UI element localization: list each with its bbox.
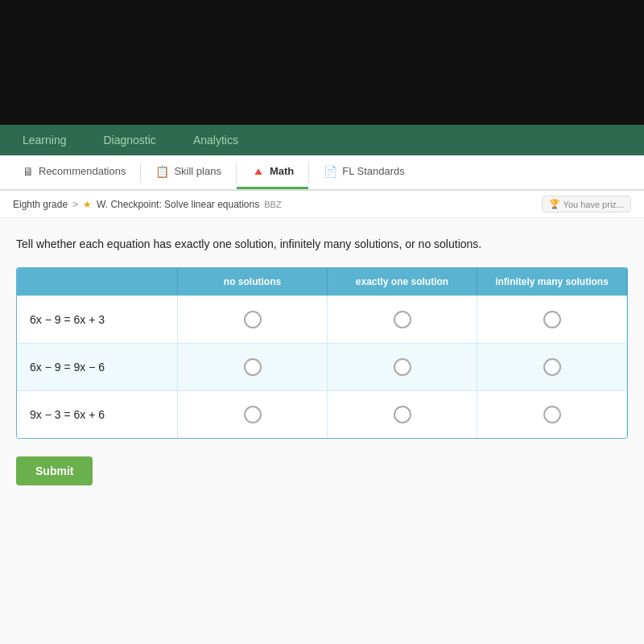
- header-exactly-one: exactly one solution: [328, 268, 477, 295]
- header-no-solutions: no solutions: [178, 268, 328, 295]
- prize-badge: 🏆 You have priz...: [542, 196, 631, 213]
- radio-infinitely-2[interactable]: [543, 358, 561, 376]
- tab-math-label: Math: [270, 165, 294, 177]
- skill-plans-icon: 📋: [155, 165, 169, 178]
- radio-cell: [477, 344, 627, 390]
- breadcrumb-code: BBZ: [264, 200, 281, 209]
- radio-cell: [178, 344, 328, 390]
- recommendations-icon: 🖥: [23, 165, 34, 178]
- tab-fl-standards-label: FL Standards: [342, 165, 405, 177]
- radio-cell: [328, 296, 477, 343]
- breadcrumb-arrow: >: [72, 199, 78, 210]
- math-icon: 🔺: [251, 165, 265, 178]
- breadcrumb-grade[interactable]: Eighth grade: [13, 199, 68, 210]
- answer-table: no solutions exactly one solution infini…: [16, 267, 628, 439]
- radio-no-solutions-1[interactable]: [244, 311, 262, 328]
- tab-fl-standards[interactable]: 📄 FL Standards: [309, 155, 419, 189]
- equation-2: 6x − 9 = 9x − 6: [17, 344, 178, 390]
- breadcrumb-topic: W. Checkpoint: Solve linear equations: [97, 199, 259, 210]
- radio-cell: [328, 391, 477, 438]
- trophy-icon: 🏆: [549, 199, 560, 209]
- radio-cell: [477, 296, 627, 343]
- table-row: 6x − 9 = 6x + 3: [17, 295, 627, 343]
- header-infinitely-many: infinitely many solutions: [477, 268, 627, 295]
- fl-standards-icon: 📄: [324, 165, 337, 178]
- radio-no-solutions-3[interactable]: [244, 406, 262, 423]
- breadcrumb-left: Eighth grade > ★ W. Checkpoint: Solve li…: [13, 199, 282, 210]
- tab-math[interactable]: 🔺 Math: [237, 155, 308, 189]
- tab-skill-plans-label: Skill plans: [174, 165, 221, 177]
- radio-exactly-one-3[interactable]: [394, 406, 411, 423]
- radio-cell: [328, 344, 477, 390]
- tab-skill-plans[interactable]: 📋 Skill plans: [141, 155, 236, 189]
- radio-infinitely-3[interactable]: [543, 406, 561, 423]
- table-row: 6x − 9 = 9x − 6: [17, 343, 627, 390]
- tab-bar: 🖥 Recommendations 📋 Skill plans 🔺 Math 📄…: [0, 155, 644, 191]
- tab-recommendations-label: Recommendations: [39, 165, 126, 177]
- main-content: Tell whether each equation has exactly o…: [0, 218, 644, 644]
- table-header: no solutions exactly one solution infini…: [17, 268, 627, 295]
- table-row: 9x − 3 = 6x + 6: [17, 390, 627, 438]
- breadcrumb: Eighth grade > ★ W. Checkpoint: Solve li…: [0, 191, 644, 218]
- nav-diagnostic[interactable]: Diagnostic: [97, 129, 163, 151]
- radio-cell: [178, 391, 328, 438]
- equation-1: 6x − 9 = 6x + 3: [17, 296, 178, 343]
- nav-bar: Learning Diagnostic Analytics: [0, 125, 644, 155]
- header-equation: [17, 268, 178, 295]
- submit-button[interactable]: Submit: [16, 456, 93, 485]
- nav-learning[interactable]: Learning: [16, 129, 73, 151]
- tab-recommendations[interactable]: 🖥 Recommendations: [8, 155, 140, 189]
- nav-analytics[interactable]: Analytics: [187, 129, 245, 151]
- radio-infinitely-1[interactable]: [543, 311, 561, 328]
- equation-3: 9x − 3 = 6x + 6: [17, 391, 178, 438]
- radio-cell: [178, 296, 328, 343]
- radio-cell: [477, 391, 627, 438]
- radio-exactly-one-2[interactable]: [394, 358, 411, 376]
- question-instruction: Tell whether each equation has exactly o…: [16, 236, 628, 253]
- radio-no-solutions-2[interactable]: [244, 358, 262, 376]
- breadcrumb-star: ★: [83, 199, 92, 210]
- radio-exactly-one-1[interactable]: [394, 311, 411, 328]
- prize-text: You have priz...: [564, 200, 624, 209]
